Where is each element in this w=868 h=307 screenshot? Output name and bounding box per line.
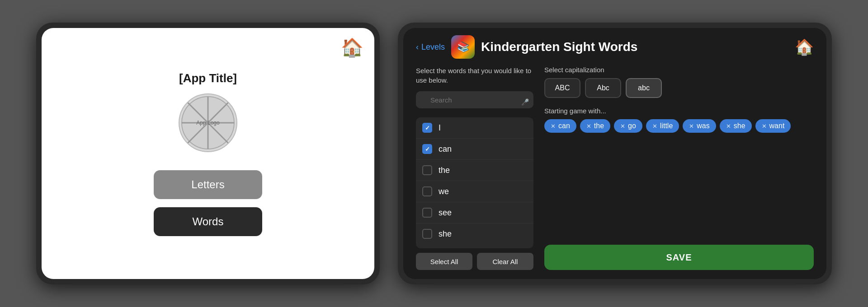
word-item-she[interactable]: she [416,223,533,244]
tag-the[interactable]: ✕the [580,119,610,133]
save-button[interactable]: SAVE [544,245,814,270]
tag-she[interactable]: ✕she [720,119,752,133]
word-label-can: can [439,144,452,154]
checkbox-can[interactable] [422,144,432,154]
tag-x-want: ✕ [762,123,767,130]
tag-label-she: she [734,122,745,130]
right-header: ‹ Levels 📚 Kindergarten Sight Words 🏠 [403,28,826,66]
tag-want[interactable]: ✕want [755,119,791,133]
starting-label: Starting game with... [544,107,814,115]
tag-label-little: little [660,122,673,130]
logo-text: App Logo [196,120,219,126]
checkbox-the[interactable] [422,165,432,175]
left-tablet: 🏠 [App Title] App Logo Letters Words [36,23,380,284]
tag-x-go: ✕ [620,123,625,130]
tag-label-can: can [558,122,570,130]
cap-btn-abc[interactable]: abc [626,78,662,98]
word-panel: Select the words that you would like to … [416,66,533,270]
capitalization-section: Select capitalization ABC Abc abc [544,66,814,98]
clear-all-button[interactable]: Clear All [477,253,533,270]
left-tablet-inner: 🏠 [App Title] App Logo Letters Words [42,28,374,279]
home-icon-right[interactable]: 🏠 [795,38,814,56]
word-item-can[interactable]: can [416,139,533,160]
home-icon-left[interactable]: 🏠 [341,37,363,58]
search-input[interactable] [416,91,533,108]
letters-button[interactable]: Letters [154,170,262,199]
word-panel-description: Select the words that you would like to … [416,66,533,85]
back-label: Levels [421,42,445,52]
tag-was[interactable]: ✕was [683,119,716,133]
cap-btn-Abc[interactable]: Abc [585,78,621,98]
app-icon: 📚 [451,35,475,59]
select-all-button[interactable]: Select All [416,253,472,270]
word-item-the[interactable]: the [416,160,533,181]
word-label-she: she [439,229,452,239]
words-button[interactable]: Words [154,207,262,236]
search-container: 🔍 🎤 [416,91,533,113]
checkbox-I[interactable] [422,123,432,133]
word-label-the: the [439,166,450,175]
tag-x-was: ✕ [689,123,694,130]
app-logo: App Logo [179,93,237,152]
cap-btn-ABC[interactable]: ABC [544,78,580,98]
tag-x-the: ✕ [586,123,591,130]
settings-panel: Select capitalization ABC Abc abc Starti… [544,66,814,270]
word-list: I can the we [416,117,533,248]
word-label-I: I [439,123,441,133]
back-button[interactable]: ‹ Levels [416,42,445,52]
word-item-we[interactable]: we [416,181,533,202]
cap-section-label: Select capitalization [544,66,814,74]
checkbox-she[interactable] [422,229,432,239]
word-list-actions: Select All Clear All [416,253,533,270]
tags-container: ✕can ✕the ✕go ✕little ✕was ✕she ✕want [544,119,814,133]
tag-label-go: go [628,122,636,130]
tag-go[interactable]: ✕go [614,119,642,133]
tag-little[interactable]: ✕little [646,119,679,133]
word-item-see[interactable]: see [416,202,533,223]
right-tablet: ‹ Levels 📚 Kindergarten Sight Words 🏠 Se… [398,23,832,284]
word-label-we: we [439,187,449,196]
tag-x-can: ✕ [551,123,556,130]
tag-label-the: the [594,122,604,130]
word-label-see: see [439,208,452,218]
page-title: Kindergarten Sight Words [481,40,788,54]
tag-can[interactable]: ✕can [544,119,576,133]
cap-options: ABC Abc abc [544,78,814,98]
right-tablet-inner: ‹ Levels 📚 Kindergarten Sight Words 🏠 Se… [403,28,826,279]
app-title: [App Title] [179,71,237,85]
tag-x-she: ✕ [726,123,731,130]
mic-icon[interactable]: 🎤 [521,98,529,106]
word-item-I[interactable]: I [416,117,533,139]
tag-label-want: want [769,122,785,130]
tag-label-was: was [697,122,709,130]
tag-x-little: ✕ [652,123,657,130]
checkbox-see[interactable] [422,208,432,218]
starting-section: Starting game with... ✕can ✕the ✕go ✕lit… [544,107,814,133]
checkbox-we[interactable] [422,186,432,196]
right-content: Select the words that you would like to … [403,66,826,279]
chevron-left-icon: ‹ [416,42,419,52]
